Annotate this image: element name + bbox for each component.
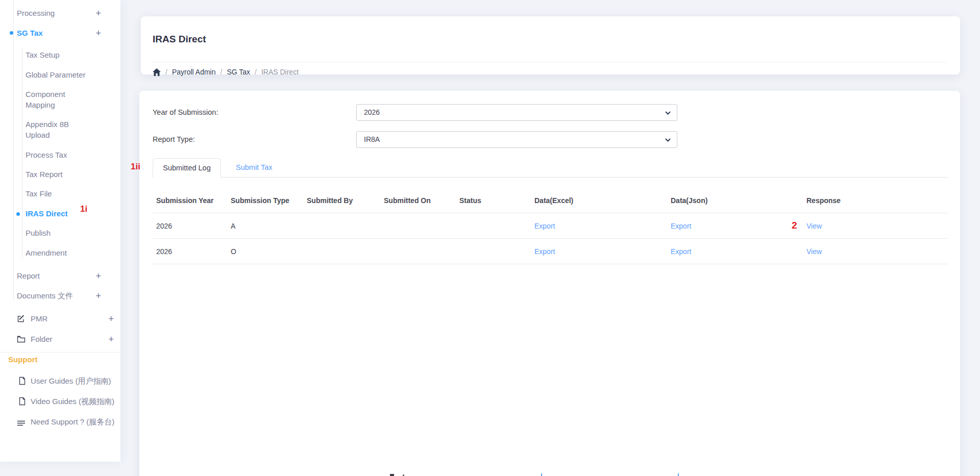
export-excel-link[interactable]: Export bbox=[534, 247, 555, 256]
year-of-submission-value: 2026 bbox=[364, 108, 380, 116]
column-header: Data(Excel) bbox=[534, 192, 671, 209]
sidebar-item-iras-direct[interactable]: IRAS Direct bbox=[0, 208, 120, 220]
sidebar-item-report[interactable]: Report + bbox=[0, 270, 120, 282]
active-bullet-icon bbox=[16, 212, 20, 216]
tab-submit-tax[interactable]: Submit Tax bbox=[231, 158, 277, 177]
expand-plus-icon[interactable]: + bbox=[95, 270, 101, 282]
cell-submission-year: 2026 bbox=[156, 213, 231, 239]
breadcrumb-separator: / bbox=[255, 68, 257, 76]
expand-plus-icon[interactable]: + bbox=[108, 333, 114, 345]
sidebar-item-label: Tax Setup bbox=[26, 49, 92, 60]
breadcrumb-sg-tax[interactable]: SG Tax bbox=[227, 68, 250, 76]
cell-submission-year: 2026 bbox=[156, 239, 231, 264]
column-header: Submission Year bbox=[156, 192, 231, 209]
page-title: IRAS Direct bbox=[153, 34, 206, 45]
sidebar-item-label: Processing bbox=[17, 9, 55, 17]
folder-icon bbox=[17, 335, 26, 343]
sidebar-item-sg-tax[interactable]: SG Tax + bbox=[0, 27, 120, 39]
column-header: Submitted By bbox=[307, 192, 384, 209]
cell-submission-type: A bbox=[231, 213, 307, 239]
view-response-link[interactable]: View bbox=[806, 222, 822, 230]
sidebar-item-label: Process Tax bbox=[26, 149, 92, 160]
expand-plus-icon[interactable]: + bbox=[108, 313, 114, 325]
page-header-card: IRAS Direct / Payroll Admin / SG Tax / I… bbox=[141, 16, 960, 74]
sidebar-item-publish[interactable]: Publish bbox=[0, 228, 120, 240]
breadcrumb-separator: / bbox=[165, 68, 167, 76]
sidebar-item-tax-setup[interactable]: Tax Setup bbox=[0, 49, 120, 62]
document-icon bbox=[18, 377, 27, 385]
tab-bar-border bbox=[153, 177, 948, 178]
sidebar-item-need-support[interactable]: Need Support ? (服务台) bbox=[0, 416, 120, 428]
chevron-down-icon bbox=[665, 137, 670, 142]
cell-submitted-by bbox=[307, 213, 384, 239]
column-header: Data(Json) bbox=[671, 192, 806, 209]
cell-submitted-on bbox=[384, 213, 459, 239]
cell-status bbox=[459, 213, 534, 239]
chevron-down-icon bbox=[665, 110, 670, 115]
edit-square-icon bbox=[17, 314, 26, 323]
sidebar-item-label: Video Guides (视频指南) bbox=[31, 397, 114, 406]
sidebar-item-component-mapping[interactable]: Component Mapping bbox=[0, 89, 120, 110]
sidebar-item-processing[interactable]: Processing + bbox=[0, 7, 120, 19]
column-header: Submitted On bbox=[384, 192, 459, 209]
sidebar-item-documents[interactable]: Documents 文件 + bbox=[0, 290, 120, 302]
cell-submitted-on bbox=[384, 239, 459, 264]
sidebar-item-tax-report[interactable]: Tax Report bbox=[0, 169, 120, 181]
main-content-card: Year of Submission: 2026 Report Type: IR… bbox=[139, 91, 960, 476]
sidebar-item-amendment[interactable]: Amendment bbox=[0, 247, 120, 260]
annotation-1i: 1i bbox=[80, 204, 87, 214]
year-of-submission-label: Year of Submission: bbox=[153, 107, 218, 118]
sidebar-item-label: PMR bbox=[31, 314, 47, 323]
table-row: 2026 A Export Export View bbox=[156, 213, 948, 239]
year-of-submission-select[interactable]: 2026 bbox=[356, 104, 677, 121]
expand-plus-icon[interactable]: + bbox=[95, 290, 101, 302]
column-header: Submission Type bbox=[231, 192, 307, 209]
expand-plus-icon[interactable]: + bbox=[95, 27, 101, 39]
report-type-value: IR8A bbox=[364, 135, 380, 143]
support-lines-icon bbox=[17, 419, 26, 428]
sidebar-item-label: Tax File bbox=[26, 188, 92, 199]
expand-plus-icon[interactable]: + bbox=[95, 7, 101, 19]
export-json-link[interactable]: Export bbox=[671, 222, 691, 230]
breadcrumb: / Payroll Admin / SG Tax / IRAS Direct bbox=[153, 68, 299, 76]
sidebar-item-process-tax[interactable]: Process Tax bbox=[0, 149, 120, 162]
sidebar-item-appendix-8b-upload[interactable]: Appendix 8B Upload bbox=[0, 119, 120, 140]
sidebar-item-label: Publish bbox=[26, 228, 92, 238]
table-divider bbox=[153, 264, 948, 264]
sidebar-item-label: Documents 文件 bbox=[17, 291, 73, 300]
sidebar: Processing + SG Tax + Tax Setup Global P… bbox=[0, 0, 120, 462]
sidebar-item-global-parameter[interactable]: Global Parameter bbox=[0, 69, 120, 82]
report-type-label: Report Type: bbox=[153, 134, 195, 145]
sidebar-item-label: Amendment bbox=[26, 247, 92, 258]
tab-submitted-log[interactable]: Submitted Log bbox=[153, 158, 221, 178]
sidebar-item-folder[interactable]: Folder + bbox=[0, 333, 120, 345]
home-icon[interactable] bbox=[153, 68, 161, 76]
sidebar-item-label: SG Tax bbox=[17, 29, 43, 37]
cell-submission-type: O bbox=[231, 239, 307, 264]
breadcrumb-payroll-admin[interactable]: Payroll Admin bbox=[172, 68, 216, 76]
export-excel-link[interactable]: Export bbox=[534, 222, 555, 230]
sidebar-item-label: Need Support ? (服务台) bbox=[31, 417, 114, 426]
sidebar-item-label: User Guides (用户指南) bbox=[31, 377, 111, 385]
sidebar-item-user-guides[interactable]: User Guides (用户指南) bbox=[0, 375, 120, 387]
cutoff-footer-fragment bbox=[678, 473, 679, 476]
cutoff-footer-fragment bbox=[541, 473, 542, 476]
sidebar-item-label: Report bbox=[17, 271, 40, 280]
sidebar-divider bbox=[0, 352, 120, 353]
table-header-row: Submission Year Submission Type Submitte… bbox=[156, 192, 948, 209]
column-header: Status bbox=[459, 192, 534, 209]
sidebar-item-label: Tax Report bbox=[26, 169, 92, 180]
sidebar-item-tax-file[interactable]: Tax File bbox=[0, 188, 120, 201]
cell-status bbox=[459, 239, 534, 264]
sidebar-item-video-guides[interactable]: Video Guides (视频指南) bbox=[0, 395, 120, 408]
breadcrumb-separator: / bbox=[220, 68, 222, 76]
report-type-select[interactable]: IR8A bbox=[356, 131, 677, 148]
sidebar-item-label: Folder bbox=[31, 335, 53, 343]
active-bullet-icon bbox=[10, 31, 13, 35]
sidebar-item-pmr[interactable]: PMR + bbox=[0, 313, 120, 325]
table-row: 2026 O Export Export View bbox=[156, 239, 948, 264]
sidebar-item-label: Component Mapping bbox=[26, 89, 92, 110]
annotation-2: 2 bbox=[792, 220, 797, 231]
export-json-link[interactable]: Export bbox=[671, 247, 691, 256]
view-response-link[interactable]: View bbox=[806, 247, 822, 256]
